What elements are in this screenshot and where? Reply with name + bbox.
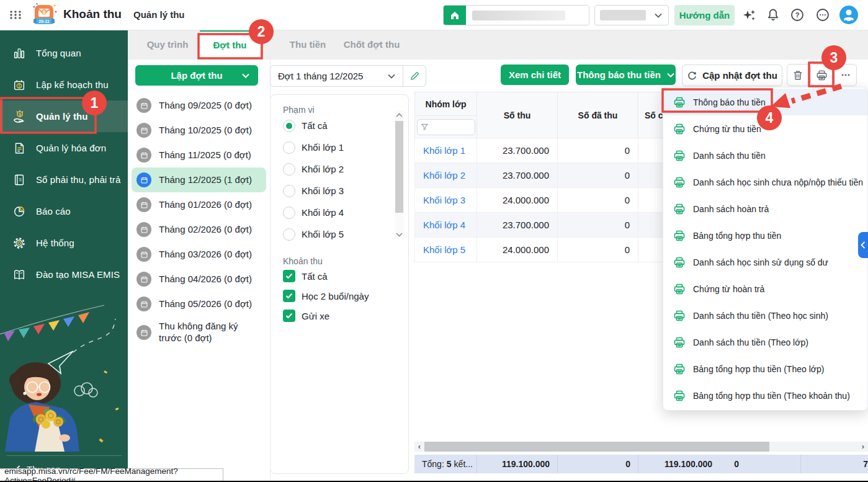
month-item-03-2026[interactable]: Tháng 03/2026 (0 đợt) [132,242,266,267]
menu-item-label: Chứng từ hoàn trả [693,284,764,294]
bell-icon[interactable] [766,7,781,22]
group-link[interactable]: Khối lớp 5 [415,238,477,262]
menu-item-ds-hoc-sinh-su-dung-so-du[interactable]: Danh sách học sinh sử dụng số dư [663,249,867,275]
month-item-04-2026[interactable]: Tháng 04/2026 (0 đợt) [132,267,266,292]
menu-item-thong-bao-thu-tien[interactable]: Thông báo thu tiền [663,89,867,115]
year-dropdown[interactable] [594,5,669,25]
status-url: emisapp.misa.vn/rc/Fee/FM/FeeManagement?… [4,466,223,482]
group-link[interactable]: Khối lớp 3 [415,188,477,212]
update-period-label: Cập nhật đợt thu [702,70,777,81]
period-selector-dropdown[interactable]: Đợt 1 tháng 12/2025 [270,65,426,87]
printer-icon [673,283,686,295]
fee-option-gui-xe[interactable]: Gửi xe [283,306,408,326]
sidebar-item-quan-ly-thu[interactable]: $ Quản lý thu [0,100,128,132]
group-link[interactable]: Khối lớp 2 [415,163,477,187]
create-period-button[interactable]: Lập đợt thu [135,65,258,86]
horizontal-scrollbar[interactable]: ‹ › [414,442,868,452]
tab-dot-thu[interactable]: Đợt thu [200,30,260,60]
month-label: Tháng 04/2026 (0 đợt) [159,274,252,285]
guide-button[interactable]: Hướng dẫn [674,5,735,25]
summary-con-thu: 119.100.000 [638,455,712,473]
month-item-05-2026[interactable]: Tháng 05/2026 (0 đợt) [132,292,266,316]
menu-item-ds-thu-tien-theo-hoc-sinh[interactable]: Danh sách thu tiền (Theo học sinh) [663,302,867,329]
chevron-down-icon [388,74,395,79]
view-detail-button[interactable]: Xem chi tiết [501,65,569,85]
print-button[interactable] [810,64,833,86]
printer-icon [673,123,686,135]
scope-option-tat-ca[interactable]: Tất cả [283,115,408,136]
so-thu-value: 24.000.000 [477,188,558,212]
sidebar-item-he-thong[interactable]: Hệ thống [0,227,128,259]
collapse-panel-tab[interactable] [858,232,868,258]
scope-option-khoi-lop-5[interactable]: Khối lớp 5 [283,223,408,245]
scope-option-khoi-lop-1[interactable]: Khối lớp 1 [283,136,408,158]
month-item-01-2026[interactable]: Tháng 01/2026 (0 đợt) [132,192,266,217]
printer-icon [673,203,686,215]
menu-item-bang-tong-hop-theo-khoan-thu[interactable]: Bảng tổng hợp thu tiền (Theo khoản thu) [663,382,867,409]
fee-option-hoc-2-buoi[interactable]: Học 2 buổi/ngày [283,286,408,306]
sidebar-item-tong-quan[interactable]: Tổng quan [0,37,128,69]
tab-thu-tien[interactable]: Thu tiền [286,30,329,60]
sidebar-item-lap-ke-hoach-thu[interactable]: $ Lập kế hoạch thu [0,69,128,100]
sidebar-item-dao-tao-misa-emis[interactable]: Đào tạo MISA EMIS [0,259,128,290]
radio-icon [283,207,295,219]
group-filter-input[interactable] [417,119,475,135]
calendar-icon [136,98,151,113]
so-da-thu-value: 0 [558,163,638,187]
menu-item-label: Bảng tổng hợp thu tiền (Theo khoản thu) [693,391,850,401]
menu-item-chung-tu-hoan-tra[interactable]: Chứng từ hoàn trả [663,275,867,302]
group-filter-text[interactable] [431,122,468,132]
notify-collect-dropdown-button[interactable]: Thông báo thu tiền [576,65,676,85]
guide-button-label: Hướng dẫn [679,10,730,20]
sidebar-item-quan-ly-hoa-don[interactable]: Quản lý hóa đơn [0,132,128,164]
avatar-icon[interactable] [839,5,859,25]
logo-badge: 20-11 [38,19,50,24]
edit-period-button[interactable] [403,71,426,81]
scroll-right-icon[interactable]: › [858,442,868,452]
scope-option-khoi-lop-4[interactable]: Khối lớp 4 [283,202,408,223]
app-launcher-grid-icon[interactable] [9,8,22,22]
update-period-button[interactable]: Cập nhật đợt thu [682,65,782,86]
menu-item-danh-sach-hoan-tra[interactable]: Danh sách hoàn trả [663,195,867,222]
fee-filter-label: Khoản thu [283,256,408,266]
fee-option-tat-ca[interactable]: Tất cả [283,266,408,286]
sidebar-item-bao-cao[interactable]: Báo cáo [0,195,128,227]
school-search-box[interactable] [443,5,589,25]
delete-button[interactable] [787,64,809,86]
menu-item-ds-thu-tien-theo-lop[interactable]: Danh sách thu tiền (Theo lớp) [663,329,867,355]
scrollbar-thumb[interactable] [395,121,403,213]
scroll-left-icon[interactable]: ‹ [414,442,424,452]
menu-item-ds-hoc-sinh-chua-nop[interactable]: Danh sách học sinh chưa nộp/nộp thiếu ti… [663,169,867,195]
tab-quy-trinh[interactable]: Quy trình [143,30,192,60]
menu-item-bang-tong-hop-theo-lop[interactable]: Bảng tổng hợp thu tiền (Theo lớp) [663,355,867,382]
header-nav-quan-ly-thu[interactable]: Quản lý thu [133,9,185,20]
group-link[interactable]: Khối lớp 1 [415,138,477,163]
menu-item-danh-sach-thu-tien[interactable]: Danh sách thu tiền [663,142,867,169]
scope-option-khoi-lop-2[interactable]: Khối lớp 2 [283,158,408,180]
menu-item-chung-tu-thu-tien[interactable]: Chứng từ thu tiền [663,115,867,142]
help-icon[interactable]: ? [790,7,805,22]
scope-option-khoi-lop-3[interactable]: Khối lớp 3 [283,180,408,202]
menu-item-bang-tong-hop-thu-tien[interactable]: Bảng tổng hợp thu tiền [663,222,867,249]
month-item-10-2025[interactable]: Tháng 10/2025 (0 đợt) [132,118,266,143]
month-item-khong-dang-ky[interactable]: Thu không đăng ký trước (0 đợt) [132,316,266,349]
menu-item-label: Danh sách thu tiền (Theo học sinh) [693,311,828,321]
sidebar-item-label: Sổ phải thu, phải trả [36,174,120,185]
trash-icon [792,69,803,81]
scroll-up-icon[interactable] [395,112,404,118]
sparkles-icon[interactable] [742,8,757,23]
tab-chot-dot-thu[interactable]: Chốt đợt thu [338,30,406,60]
month-item-09-2025[interactable]: Tháng 09/2025 (0 đợt) [132,93,266,118]
month-item-11-2025[interactable]: Tháng 11/2025 (0 đợt) [132,143,266,167]
calendar-icon [136,325,151,340]
scrollbar-thumb[interactable] [424,442,769,452]
more-actions-button[interactable] [834,64,857,86]
more-icon[interactable] [815,7,830,22]
sidebar-item-so-phai-thu[interactable]: $ Sổ phải thu, phải trả [0,164,128,195]
month-item-02-2026[interactable]: Tháng 02/2026 (0 đợt) [132,217,266,242]
sidebar-illustration [0,297,128,452]
scope-scrollbar[interactable] [395,111,404,239]
scroll-down-icon[interactable] [395,231,404,238]
group-link[interactable]: Khối lớp 4 [415,213,477,237]
month-item-12-2025[interactable]: Tháng 12/2025 (1 đợt) [132,167,266,192]
